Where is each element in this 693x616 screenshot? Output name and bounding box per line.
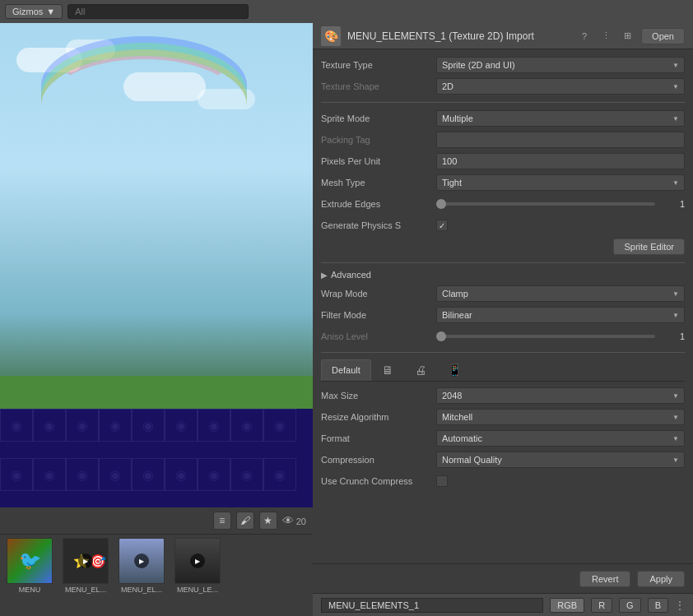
sprite-mode-value: Multiple ▼ [436, 110, 685, 127]
asset-thumb-4[interactable]: ▶ MENU_LE... [171, 538, 224, 613]
platform-tab-desktop[interactable]: 🖥 [371, 359, 404, 381]
dropdown-arrow-icon: ▼ [672, 62, 679, 69]
generate-physics-row: Generate Physics S [321, 216, 685, 234]
underground [0, 409, 313, 507]
sprite-editor-button[interactable]: Sprite Editor [613, 239, 685, 255]
extrude-edges-slider[interactable] [436, 202, 655, 206]
channel-r-button[interactable]: R [591, 598, 612, 613]
resize-algo-dropdown[interactable]: Mitchell ▼ [436, 409, 685, 425]
inspector-menu-icon[interactable]: ⋮ [598, 29, 613, 44]
asset-thumb-img-3: ▶ [119, 538, 165, 584]
underground-block [165, 458, 198, 491]
apply-button[interactable]: Apply [637, 571, 685, 587]
divider-3 [321, 352, 685, 353]
max-size-dropdown[interactable]: 2048 ▼ [436, 387, 685, 404]
search-input[interactable] [67, 4, 249, 19]
platform-tab-print[interactable]: 🖨 [404, 359, 437, 381]
aniso-slider-thumb[interactable] [436, 331, 446, 341]
wrap-mode-value: Clamp ▼ [436, 285, 685, 302]
inspector-header: 🎨 MENU_ELEMENTS_1 (Texture 2D) Import ? … [313, 23, 693, 49]
texture-shape-value: 2D ▼ [436, 78, 685, 95]
filter-mode-row: Filter Mode Bilinear ▼ [321, 306, 685, 324]
asset-bar: 🐦 MENU ▶ ⭐🎯 MENU_EL... ▶ [0, 534, 313, 616]
generate-physics-checkbox[interactable] [436, 220, 448, 231]
platform-tab-default[interactable]: Default [321, 359, 371, 381]
compression-value: Normal Quality ▼ [436, 452, 685, 468]
aniso-level-value-display: 1 [660, 331, 685, 341]
channel-g-button[interactable]: G [619, 598, 641, 613]
format-row: Format Automatic ▼ [321, 429, 685, 447]
texture-shape-dropdown[interactable]: 2D ▼ [436, 78, 685, 95]
revert-button[interactable]: Revert [579, 571, 630, 587]
scene-layers-btn[interactable]: ≡ [213, 512, 231, 530]
platform-tab-mobile[interactable]: 📱 [437, 359, 472, 381]
underground-block [0, 458, 33, 491]
asset-thumb-1[interactable]: 🐦 MENU [3, 538, 56, 613]
pixels-per-unit-value [436, 153, 685, 169]
channel-rgb-button[interactable]: RGB [550, 598, 584, 613]
asset-thumb-label-2: MENU_EL... [59, 586, 112, 594]
underground-block [33, 458, 66, 491]
packing-tag-row: Packing Tag [321, 131, 685, 149]
texture-icon: 🎨 [321, 26, 341, 46]
max-size-value: 2048 ▼ [436, 387, 685, 404]
scene-bottom-bar: ≡ 🖌 ★ 👁 20 [0, 507, 313, 534]
cloud-2 [66, 39, 115, 60]
underground-block [0, 409, 33, 442]
gizmos-label: Gizmos [12, 7, 43, 16]
compression-row: Compression Normal Quality ▼ [321, 451, 685, 469]
format-dropdown[interactable]: Automatic ▼ [436, 430, 685, 447]
advanced-section-header[interactable]: ▶ Advanced [321, 270, 685, 280]
gizmos-button[interactable]: Gizmos ▼ [5, 4, 63, 19]
asset-thumb-3[interactable]: ▶ MENU_EL... [115, 538, 168, 613]
pixels-per-unit-input[interactable] [436, 153, 685, 169]
extrude-slider-thumb[interactable] [436, 199, 446, 209]
compression-label: Compression [321, 455, 436, 465]
max-size-row: Max Size 2048 ▼ [321, 387, 685, 405]
underground-block [263, 458, 296, 491]
sprite-mode-dropdown[interactable]: Multiple ▼ [436, 110, 685, 127]
filter-mode-dropdown[interactable]: Bilinear ▼ [436, 307, 685, 323]
main-content: ≡ 🖌 ★ 👁 20 🐦 MENU ▶ [0, 23, 693, 616]
top-bar: Gizmos ▼ [0, 0, 693, 23]
pixels-per-unit-label: Pixels Per Unit [321, 156, 436, 166]
packing-tag-input[interactable] [436, 132, 685, 148]
ground-layer [0, 376, 313, 409]
max-size-label: Max Size [321, 391, 436, 401]
scene-paint-btn[interactable]: 🖌 [236, 512, 254, 530]
wrap-mode-row: Wrap Mode Clamp ▼ [321, 285, 685, 303]
bottom-menu-dots-icon[interactable]: ⋮ [675, 600, 685, 611]
channel-b-button[interactable]: B [648, 598, 668, 613]
underground-block [33, 409, 66, 442]
packing-tag-value [436, 132, 685, 148]
packing-tag-label: Packing Tag [321, 135, 436, 145]
use-crunch-row: Use Crunch Compress [321, 472, 685, 490]
dropdown-arrow-resize-icon: ▼ [672, 414, 679, 421]
texture-type-dropdown[interactable]: Sprite (2D and UI) ▼ [436, 57, 685, 73]
open-button[interactable]: Open [641, 28, 685, 44]
wrap-mode-dropdown[interactable]: Clamp ▼ [436, 285, 685, 302]
compression-dropdown[interactable]: Normal Quality ▼ [436, 452, 685, 468]
inspector-settings-icon[interactable]: ⊞ [620, 29, 635, 44]
asset-thumb-2[interactable]: ▶ ⭐🎯 MENU_EL... [59, 538, 112, 613]
aniso-level-slider[interactable] [436, 335, 655, 338]
mesh-type-row: Mesh Type Tight ▼ [321, 174, 685, 192]
platform-tabs: Default 🖥 🖨 📱 [321, 359, 685, 382]
mesh-type-dropdown[interactable]: Tight ▼ [436, 174, 685, 191]
use-crunch-checkbox[interactable] [436, 475, 448, 487]
help-icon[interactable]: ? [577, 29, 592, 44]
asset-thumb-label-4: MENU_LE... [171, 586, 224, 594]
underground-block [198, 409, 230, 442]
underground-block [263, 409, 296, 442]
generate-physics-value [436, 220, 685, 231]
underground-block [230, 409, 263, 442]
aniso-slider-container: 1 [436, 331, 685, 341]
dropdown-arrow-wrap-icon: ▼ [672, 290, 679, 298]
mesh-type-label: Mesh Type [321, 178, 436, 188]
scene-star-btn[interactable]: ★ [259, 512, 277, 530]
resize-algo-value: Mitchell ▼ [436, 409, 685, 425]
use-crunch-label: Use Crunch Compress [321, 476, 436, 486]
layer-count: 👁 20 [282, 514, 306, 527]
texture-type-label: Texture Type [321, 60, 436, 70]
sprite-editor-row: Sprite Editor [321, 238, 685, 256]
